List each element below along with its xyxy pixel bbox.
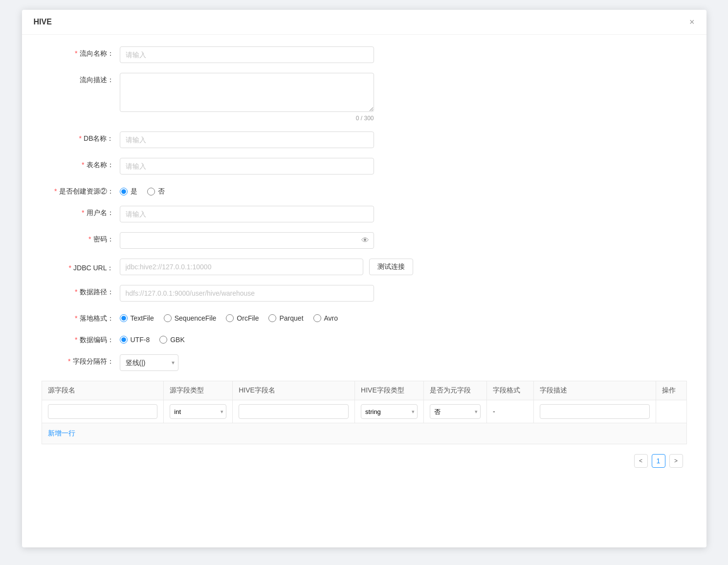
close-button[interactable]: × bbox=[689, 18, 695, 26]
db-name-label: *DB名称： bbox=[42, 131, 120, 143]
textarea-wrapper: 0 / 300 bbox=[120, 73, 374, 122]
cell-hive-field-name bbox=[233, 400, 355, 423]
source-field-name-input[interactable] bbox=[48, 404, 158, 419]
table-body: int string long double float boolean dat… bbox=[42, 400, 686, 423]
col-hive-field-type: HIVE字段类型 bbox=[355, 381, 424, 400]
flow-name-row: *流向名称： bbox=[42, 46, 687, 63]
char-count: 0 / 300 bbox=[120, 115, 374, 122]
modal-container: HIVE × *流向名称： 流向描述： 0 / 300 bbox=[22, 10, 706, 547]
col-field-format: 字段格式 bbox=[486, 381, 533, 400]
radio-orcfile-input[interactable] bbox=[226, 314, 234, 322]
create-resource-row: *是否创建资源②： 是 否 bbox=[42, 184, 687, 196]
source-type-wrapper: int string long double float boolean dat… bbox=[170, 404, 226, 419]
password-control: 👁 bbox=[120, 232, 374, 249]
field-separator-select[interactable]: 竖线(|) 逗号(,) 制表符(\t) 空格( ) bbox=[120, 354, 178, 371]
col-field-desc: 字段描述 bbox=[533, 381, 656, 400]
cell-hive-field-type: string int bigint double float boolean d… bbox=[355, 400, 424, 423]
username-control bbox=[120, 206, 374, 222]
radio-avro-input[interactable] bbox=[313, 314, 321, 322]
data-path-label: *数据路径： bbox=[42, 285, 120, 297]
meta-field-wrapper: 否 是 bbox=[430, 404, 481, 419]
col-source-field-name: 源字段名 bbox=[42, 381, 164, 400]
radio-textfile-label: TextFile bbox=[131, 314, 154, 322]
db-name-input[interactable] bbox=[120, 131, 374, 148]
table-row: int string long double float boolean dat… bbox=[42, 400, 686, 423]
jdbc-url-input[interactable] bbox=[120, 259, 363, 275]
username-input[interactable] bbox=[120, 206, 374, 222]
is-meta-field-select[interactable]: 否 是 bbox=[430, 404, 481, 419]
fields-table: 源字段名 源字段类型 HIVE字段名 HIVE字段类型 是否为元字段 字段格式 … bbox=[42, 381, 687, 423]
table-name-label: *表名称： bbox=[42, 158, 120, 170]
radio-textfile[interactable]: TextFile bbox=[120, 314, 154, 322]
encoding-label: *数据编码： bbox=[42, 333, 120, 345]
cell-source-field-type: int string long double float boolean dat… bbox=[164, 400, 233, 423]
radio-utf8-input[interactable] bbox=[120, 336, 128, 344]
jdbc-url-label: *JDBC URL： bbox=[42, 261, 120, 273]
field-format-value: - bbox=[493, 408, 495, 415]
radio-parquet[interactable]: Parquet bbox=[268, 314, 303, 322]
col-is-meta-field: 是否为元字段 bbox=[423, 381, 486, 400]
radio-yes[interactable]: 是 bbox=[120, 187, 137, 196]
radio-no-input[interactable] bbox=[147, 188, 155, 196]
col-source-field-type: 源字段类型 bbox=[164, 381, 233, 400]
table-name-row: *表名称： bbox=[42, 158, 687, 174]
hive-field-type-select[interactable]: string int bigint double float boolean d… bbox=[361, 404, 418, 419]
field-separator-wrapper: 竖线(|) 逗号(,) 制表符(\t) 空格( ) bbox=[120, 354, 178, 371]
source-field-type-select[interactable]: int string long double float boolean dat… bbox=[170, 404, 226, 419]
flow-desc-label: 流向描述： bbox=[42, 73, 120, 85]
landing-format-radio-group: TextFile SequenceFile OrcFile Parquet Av… bbox=[120, 311, 338, 322]
table-name-input[interactable] bbox=[120, 158, 374, 174]
hive-field-name-input[interactable] bbox=[239, 404, 349, 419]
table-head: 源字段名 源字段类型 HIVE字段名 HIVE字段类型 是否为元字段 字段格式 … bbox=[42, 381, 686, 400]
username-label: *用户名： bbox=[42, 206, 120, 217]
jdbc-url-control: 测试连接 bbox=[120, 259, 413, 275]
flow-desc-control: 0 / 300 bbox=[120, 73, 374, 122]
hive-type-wrapper: string int bigint double float boolean d… bbox=[361, 404, 418, 419]
password-input[interactable] bbox=[120, 232, 374, 249]
db-name-row: *DB名称： bbox=[42, 131, 687, 148]
radio-orcfile-label: OrcFile bbox=[237, 314, 259, 322]
radio-avro[interactable]: Avro bbox=[313, 314, 338, 322]
eye-icon[interactable]: 👁 bbox=[361, 236, 369, 245]
test-connection-button[interactable]: 测试连接 bbox=[369, 259, 413, 275]
radio-orcfile[interactable]: OrcFile bbox=[226, 314, 259, 322]
password-label: *密码： bbox=[42, 232, 120, 244]
radio-yes-input[interactable] bbox=[120, 188, 128, 196]
field-separator-label: *字段分隔符： bbox=[42, 354, 120, 366]
radio-gbk-label: GBK bbox=[170, 336, 185, 344]
cell-field-format: - bbox=[486, 400, 533, 423]
radio-parquet-input[interactable] bbox=[268, 314, 276, 322]
username-row: *用户名： bbox=[42, 206, 687, 222]
landing-format-row: *落地格式： TextFile SequenceFile OrcFile Pa bbox=[42, 311, 687, 323]
password-row: *密码： 👁 bbox=[42, 232, 687, 249]
add-row-link[interactable]: 新增一行 bbox=[42, 423, 687, 444]
radio-gbk-input[interactable] bbox=[159, 336, 167, 344]
modal-header: HIVE × bbox=[22, 10, 706, 35]
flow-desc-row: 流向描述： 0 / 300 bbox=[42, 73, 687, 122]
data-path-control bbox=[120, 285, 374, 302]
radio-sequencefile-label: SequenceFile bbox=[175, 314, 217, 322]
flow-name-label: *流向名称： bbox=[42, 46, 120, 58]
create-resource-radio-group: 是 否 bbox=[120, 184, 165, 196]
cell-operation bbox=[656, 400, 686, 423]
encoding-radio-group: UTF-8 GBK bbox=[120, 333, 185, 344]
radio-utf8[interactable]: UTF-8 bbox=[120, 336, 150, 344]
flow-desc-textarea[interactable] bbox=[120, 73, 374, 112]
prev-page-button[interactable]: < bbox=[634, 454, 648, 468]
radio-no[interactable]: 否 bbox=[147, 187, 165, 196]
pagination: < 1 > bbox=[42, 454, 687, 468]
current-page: 1 bbox=[652, 454, 665, 468]
db-name-control bbox=[120, 131, 374, 148]
field-desc-input[interactable] bbox=[540, 404, 650, 419]
col-operation: 操作 bbox=[656, 381, 686, 400]
radio-textfile-input[interactable] bbox=[120, 314, 128, 322]
next-page-button[interactable]: > bbox=[669, 454, 683, 468]
radio-sequencefile[interactable]: SequenceFile bbox=[164, 314, 217, 322]
field-separator-row: *字段分隔符： 竖线(|) 逗号(,) 制表符(\t) 空格( ) bbox=[42, 354, 687, 371]
radio-gbk[interactable]: GBK bbox=[159, 336, 185, 344]
radio-yes-label: 是 bbox=[131, 187, 137, 196]
data-path-input[interactable] bbox=[120, 285, 374, 302]
flow-name-input[interactable] bbox=[120, 46, 374, 63]
encoding-row: *数据编码： UTF-8 GBK bbox=[42, 333, 687, 345]
radio-sequencefile-input[interactable] bbox=[164, 314, 172, 322]
